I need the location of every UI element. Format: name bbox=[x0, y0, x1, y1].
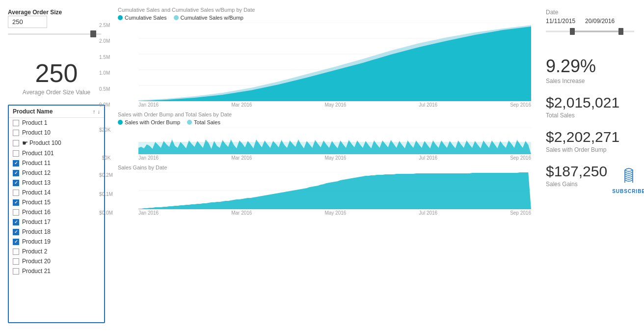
sort-desc-icon[interactable]: ↓ bbox=[98, 109, 101, 114]
product-checkbox[interactable] bbox=[13, 140, 19, 146]
product-checkbox[interactable] bbox=[13, 258, 19, 265]
chart2-svg bbox=[138, 127, 531, 154]
metric3-label: Sales with Order Bump bbox=[546, 146, 634, 153]
subscribe-block[interactable]: SUBSCRIBE bbox=[612, 168, 644, 194]
product-list-item[interactable]: Product 15 bbox=[9, 197, 104, 207]
product-list-item[interactable]: Product 18 bbox=[9, 227, 104, 237]
date-slider[interactable] bbox=[546, 27, 634, 36]
product-list-item[interactable]: Product 16 bbox=[9, 207, 104, 217]
product-list-item[interactable]: Product 17 bbox=[9, 217, 104, 227]
avg-order-slider-track bbox=[8, 33, 101, 35]
avg-order-sublabel: Average Order Size Value bbox=[8, 89, 105, 96]
chart1-legend-item-1: Cumulative Sales bbox=[118, 15, 167, 21]
product-checkbox[interactable] bbox=[13, 199, 19, 206]
product-name: Product 16 bbox=[22, 209, 51, 216]
chart2-legend-item-1: Sales with Order Bump bbox=[118, 119, 180, 125]
avg-order-input[interactable] bbox=[8, 16, 47, 28]
product-name: Product 15 bbox=[22, 199, 51, 206]
product-list-item[interactable]: ☛Product 100 bbox=[9, 138, 104, 148]
metric1-value: 9.29% bbox=[546, 56, 634, 77]
product-name: Product 101 bbox=[22, 150, 54, 157]
chart2-x-labels: Jan 2016Mar 2016May 2016Jul 2016Sep 2016 bbox=[138, 155, 531, 161]
product-name: Product 17 bbox=[22, 219, 51, 225]
chart3-section: Sales Gains by Date $0.2M$0.1M$0.0M Jan … bbox=[118, 165, 531, 216]
product-checkbox[interactable] bbox=[13, 170, 19, 176]
metric3-block: $2,202,271 Sales with Order Bump bbox=[546, 129, 634, 153]
chart1-title: Cumulative Sales and Cumulative Sales w/… bbox=[118, 7, 531, 13]
product-list-item[interactable]: Product 1 bbox=[9, 118, 104, 128]
date-slider-thumb-right[interactable] bbox=[618, 28, 623, 35]
subscribe-dna-icon bbox=[620, 168, 638, 186]
left-panel: Average Order Size 250 Average Order Siz… bbox=[0, 0, 113, 332]
date-range: 11/11/2015 20/09/2016 bbox=[546, 18, 634, 25]
date-end: 20/09/2016 bbox=[585, 18, 615, 25]
product-name: Product 19 bbox=[22, 238, 51, 245]
product-checkbox[interactable] bbox=[13, 209, 19, 216]
chart1-legend: Cumulative Sales Cumulative Sales w/Bump bbox=[118, 15, 531, 21]
product-list-header: Product Name ↑ ↓ bbox=[9, 106, 104, 118]
product-name: Product 14 bbox=[22, 189, 51, 196]
svg-marker-7 bbox=[138, 27, 531, 101]
product-checkbox[interactable] bbox=[13, 180, 19, 186]
date-start: 11/11/2015 bbox=[546, 18, 575, 25]
product-name: Product 10 bbox=[22, 129, 51, 136]
product-list-item[interactable]: Product 21 bbox=[9, 266, 104, 276]
product-list-item[interactable]: Product 13 bbox=[9, 178, 104, 188]
chart1-legend-label-1: Cumulative Sales bbox=[125, 15, 167, 21]
avg-order-slider-thumb[interactable] bbox=[90, 30, 96, 37]
chart3-y-labels: $0.2M$0.1M$0.0M bbox=[99, 172, 113, 216]
metric1-label: Sales Increase bbox=[546, 78, 634, 84]
chart3-title: Sales Gains by Date bbox=[118, 165, 531, 170]
chart2-legend-item-2: Total Sales bbox=[187, 119, 220, 125]
chart2-section: Sales with Order Bump and Total Sales by… bbox=[118, 111, 531, 161]
product-checkbox[interactable] bbox=[13, 249, 19, 255]
chart1-legend-dot-1 bbox=[118, 15, 123, 20]
chart1-legend-item-2: Cumulative Sales w/Bump bbox=[174, 15, 243, 21]
chart2-legend-label-2: Total Sales bbox=[194, 119, 220, 125]
product-list-item[interactable]: Product 10 bbox=[9, 128, 104, 138]
product-list-item[interactable]: Product 12 bbox=[9, 168, 104, 178]
product-checkbox[interactable] bbox=[13, 268, 19, 275]
product-list-item[interactable]: Product 11 bbox=[9, 158, 104, 168]
product-name: Product 20 bbox=[22, 258, 51, 265]
product-list-container: Product Name ↑ ↓ Product 1Product 10☛Pro… bbox=[8, 105, 105, 323]
product-list-item[interactable]: Product 20 bbox=[9, 256, 104, 266]
product-name: Product 1 bbox=[22, 119, 47, 126]
center-panel: Cumulative Sales and Cumulative Sales w/… bbox=[113, 0, 536, 332]
chart1-svg bbox=[138, 23, 531, 101]
product-checkbox[interactable] bbox=[13, 190, 19, 196]
product-checkbox[interactable] bbox=[13, 150, 19, 157]
chart2-legend-label-1: Sales with Order Bump bbox=[125, 119, 180, 125]
chart2-legend: Sales with Order Bump Total Sales bbox=[118, 119, 531, 125]
product-list-scroll[interactable]: Product 1Product 10☛Product 100Product 1… bbox=[9, 118, 104, 276]
product-list-item[interactable]: Product 101 bbox=[9, 148, 104, 158]
product-name: Product 100 bbox=[29, 139, 61, 146]
avg-order-slider-container bbox=[8, 29, 101, 39]
product-checkbox[interactable] bbox=[13, 239, 19, 245]
chart2-y-labels: $20K$0K bbox=[99, 127, 110, 161]
product-name: Product 11 bbox=[22, 160, 51, 166]
product-list-item[interactable]: Product 2 bbox=[9, 247, 104, 256]
product-name: Product 18 bbox=[22, 228, 51, 235]
product-checkbox[interactable] bbox=[13, 120, 19, 126]
product-checkbox[interactable] bbox=[13, 219, 19, 225]
subscribe-text[interactable]: SUBSCRIBE bbox=[612, 189, 644, 194]
metric2-block: $2,015,021 Total Sales bbox=[546, 94, 634, 119]
product-list-item[interactable]: Product 19 bbox=[9, 237, 104, 247]
metric1-block: 9.29% Sales Increase bbox=[546, 56, 634, 84]
product-list-item[interactable]: Product 14 bbox=[9, 188, 104, 197]
chart2-legend-dot-2 bbox=[187, 120, 192, 125]
sort-asc-icon[interactable]: ↑ bbox=[93, 109, 96, 114]
metric2-value: $2,015,021 bbox=[546, 94, 634, 111]
date-slider-fill bbox=[572, 31, 621, 32]
right-panel: Date 11/11/2015 20/09/2016 9.29% Sales I… bbox=[536, 0, 644, 332]
product-checkbox[interactable] bbox=[13, 130, 19, 136]
product-checkbox[interactable] bbox=[13, 229, 19, 235]
date-slider-thumb-left[interactable] bbox=[570, 28, 575, 35]
metric4-label: Sales Gains bbox=[546, 181, 607, 188]
product-checkbox[interactable] bbox=[13, 160, 19, 166]
chart2-legend-dot-1 bbox=[118, 120, 123, 125]
sort-icons: ↑ ↓ bbox=[93, 109, 100, 114]
chart1-x-labels: Jan 2016Mar 2016May 2016Jul 2016Sep 2016 bbox=[138, 102, 531, 108]
product-name: Product 21 bbox=[22, 268, 51, 275]
